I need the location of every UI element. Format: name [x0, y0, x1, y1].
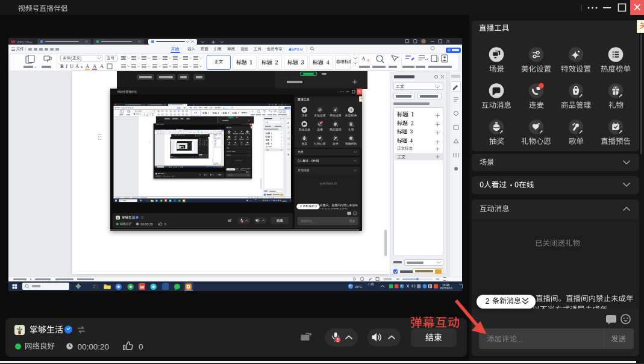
- svg-text:WPS Office: WPS Office: [116, 104, 122, 105]
- svg-text:26°C: 26°C: [355, 285, 362, 289]
- svg-text:A: A: [361, 55, 366, 61]
- svg-text:100%: 100%: [260, 197, 263, 198]
- svg-text:2025/9/10: 2025/9/10: [282, 201, 287, 202]
- svg-text:A: A: [75, 63, 80, 69]
- svg-text:A: A: [166, 133, 167, 134]
- svg-text:W: W: [11, 39, 16, 45]
- svg-text:26°C: 26°C: [207, 166, 208, 167]
- svg-text:A: A: [167, 133, 167, 134]
- svg-text:W: W: [164, 199, 166, 202]
- svg-text:WPS AI: WPS AI: [292, 48, 303, 51]
- svg-text:U: U: [137, 113, 139, 116]
- svg-text:A: A: [149, 113, 151, 116]
- svg-text:A: A: [100, 63, 104, 69]
- svg-text:W: W: [140, 284, 145, 290]
- svg-text:26°C: 26°C: [249, 200, 252, 201]
- svg-text:U: U: [70, 63, 73, 69]
- svg-text:A: A: [93, 63, 97, 69]
- svg-text:A: A: [208, 131, 209, 133]
- svg-text:A: A: [366, 58, 370, 63]
- svg-text:I: I: [65, 63, 68, 69]
- svg-text:x: x: [142, 114, 143, 116]
- svg-text:A: A: [168, 133, 169, 134]
- svg-text:A: A: [251, 110, 253, 113]
- svg-text:x: x: [81, 64, 83, 69]
- svg-text:2025/9/10: 2025/9/10: [440, 287, 452, 290]
- svg-text:B: B: [60, 63, 64, 69]
- svg-text:A: A: [86, 63, 90, 69]
- svg-text:B: B: [134, 113, 136, 116]
- svg-text:W: W: [174, 167, 175, 168]
- svg-text:I: I: [135, 113, 137, 116]
- svg-text:A: A: [139, 113, 141, 116]
- svg-text:WPS AI: WPS AI: [224, 107, 229, 108]
- svg-text:WPS Office: WPS Office: [17, 40, 33, 43]
- svg-text:A: A: [164, 133, 165, 134]
- svg-text:16:46: 16:46: [442, 284, 450, 287]
- svg-text:2025/9/10: 2025/9/10: [220, 167, 222, 168]
- svg-text:100%: 100%: [383, 277, 392, 281]
